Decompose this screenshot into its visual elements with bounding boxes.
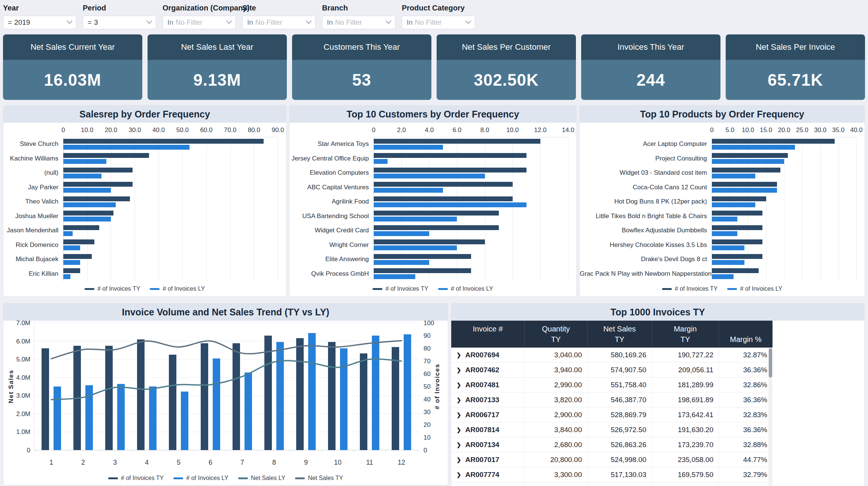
column-header-quantity[interactable]: QuantityTY xyxy=(524,321,587,348)
bar-of-invoices-ty[interactable] xyxy=(264,336,272,450)
category-label[interactable]: Drake's Devil Dogs 8 ct xyxy=(580,256,712,263)
bar-of-invoices-ty[interactable] xyxy=(63,254,92,259)
bar-of-invoices-ty[interactable] xyxy=(63,182,133,187)
bar-of-invoices-ly[interactable] xyxy=(374,274,415,279)
category-label[interactable]: Jersey Central Office Equip xyxy=(289,155,374,162)
bar-of-invoices-ly[interactable] xyxy=(63,217,111,221)
bar-of-invoices-ly[interactable] xyxy=(181,392,188,450)
bar-of-invoices-ly[interactable] xyxy=(117,384,125,450)
bar-of-invoices-ly[interactable] xyxy=(712,245,744,250)
bar-of-invoices-ty[interactable] xyxy=(374,182,513,187)
category-label[interactable]: Michal Bujacek xyxy=(3,256,63,263)
bar-of-invoices-ly[interactable] xyxy=(340,348,347,450)
bar-of-invoices-ly[interactable] xyxy=(712,217,737,221)
bar-of-invoices-ty[interactable] xyxy=(328,342,336,450)
bar-of-invoices-ly[interactable] xyxy=(712,231,737,236)
bar-of-invoices-ty[interactable] xyxy=(374,268,471,273)
kpi-card-net-sales-last-year[interactable]: Net Sales Last Year9.13M xyxy=(148,34,287,100)
kpi-card-net-sales-per-customer[interactable]: Net Sales Per Customer302.50K xyxy=(437,34,576,100)
bar-of-invoices-ty[interactable] xyxy=(392,347,399,450)
bar-of-invoices-ty[interactable] xyxy=(63,153,149,158)
bar-of-invoices-ty[interactable] xyxy=(63,225,99,230)
category-label[interactable]: Widget 03 - Standard cost item xyxy=(580,169,712,177)
bar-of-invoices-ty[interactable] xyxy=(374,254,471,259)
bar-of-invoices-ly[interactable] xyxy=(712,274,734,279)
bar-of-invoices-ty[interactable] xyxy=(137,339,145,450)
category-label[interactable]: Acer Laptop Computer xyxy=(580,140,712,148)
category-label[interactable]: Jason Mendenhall xyxy=(3,227,63,234)
bar-of-invoices-ty[interactable] xyxy=(63,168,133,172)
kpi-card-net-sales-per-invoice[interactable]: Net Sales Per Invoice65.71K xyxy=(726,34,865,100)
category-label[interactable]: Rick Domenico xyxy=(3,241,63,249)
bar-of-invoices-ty[interactable] xyxy=(712,153,788,158)
bar-of-invoices-ly[interactable] xyxy=(374,217,457,221)
bar-of-invoices-ty[interactable] xyxy=(712,182,777,187)
bar-of-invoices-ty[interactable] xyxy=(42,348,49,450)
bar-of-invoices-ly[interactable] xyxy=(213,358,220,450)
category-label[interactable]: Coca-Cola Cans 12 Count xyxy=(580,184,712,191)
expand-row-icon[interactable]: ❯ xyxy=(456,352,461,358)
category-label[interactable]: Steve Church xyxy=(3,140,63,148)
table-scrollbar[interactable] xyxy=(768,348,773,486)
bar-of-invoices-ty[interactable] xyxy=(233,343,240,450)
bar-of-invoices-ly[interactable] xyxy=(63,174,101,178)
kpi-card-customers-this-year[interactable]: Customers This Year53 xyxy=(292,34,431,100)
bar-of-invoices-ty[interactable] xyxy=(712,254,762,259)
filter-select-year[interactable]: =2019 xyxy=(3,16,76,29)
bar-of-invoices-ty[interactable] xyxy=(296,338,304,450)
bar-of-invoices-ly[interactable] xyxy=(276,342,284,450)
category-label[interactable]: Little Tikes Bold n Bright Table & Chair… xyxy=(580,213,712,220)
bar-of-invoices-ty[interactable] xyxy=(360,354,367,450)
category-label[interactable]: Joshua Mueller xyxy=(3,213,63,220)
bar-of-invoices-ty[interactable] xyxy=(374,239,485,244)
bar-of-invoices-ty[interactable] xyxy=(63,211,113,216)
expand-row-icon[interactable]: ❯ xyxy=(456,456,461,463)
filter-select-period[interactable]: =3 xyxy=(83,16,156,29)
category-label[interactable]: Eric Killian xyxy=(3,270,63,278)
bar-of-invoices-ly[interactable] xyxy=(149,386,157,450)
bar-of-invoices-ty[interactable] xyxy=(374,211,499,216)
expand-row-icon[interactable]: ❯ xyxy=(456,427,461,433)
category-label[interactable]: Star America Toys xyxy=(289,140,374,148)
column-header-margin[interactable]: Margin % xyxy=(719,321,773,348)
filter-select-site[interactable]: InNo Filter xyxy=(242,16,316,29)
bar-of-invoices-ly[interactable] xyxy=(374,159,388,164)
column-header-net-sales[interactable]: Net SalesTY xyxy=(587,321,652,348)
bar-of-invoices-ly[interactable] xyxy=(712,174,755,178)
expand-row-icon[interactable]: ❯ xyxy=(456,441,461,448)
expand-row-icon[interactable]: ❯ xyxy=(456,412,461,418)
category-label[interactable]: Hot Dog Buns 8 PK (12per pack) xyxy=(580,198,712,205)
filter-select-product-category[interactable]: InNo Filter xyxy=(402,16,475,29)
bar-of-invoices-ly[interactable] xyxy=(374,231,429,236)
scrollbar-thumb[interactable] xyxy=(769,348,772,378)
category-label[interactable]: Grac Pack N Play with Newborn Napperstat… xyxy=(580,270,712,278)
bar-of-invoices-ly[interactable] xyxy=(712,202,755,207)
bar-of-invoices-ty[interactable] xyxy=(712,139,835,144)
bar-of-invoices-ty[interactable] xyxy=(63,196,130,201)
bar-of-invoices-ly[interactable] xyxy=(374,245,457,250)
category-label[interactable]: Agrilink Food xyxy=(289,198,374,205)
kpi-card-net-sales-current-year[interactable]: Net Sales Current Year16.03M xyxy=(3,34,142,100)
category-label[interactable]: Elevation Computers xyxy=(289,169,374,177)
bar-of-invoices-ty[interactable] xyxy=(105,346,113,450)
category-label[interactable]: Wright Corner xyxy=(289,241,374,249)
bar-of-invoices-ly[interactable] xyxy=(374,174,485,178)
bar-of-invoices-ly[interactable] xyxy=(404,334,411,450)
line-net-sales-ty[interactable] xyxy=(51,341,401,359)
bar-of-invoices-ty[interactable] xyxy=(63,139,264,144)
bar-of-invoices-ly[interactable] xyxy=(374,202,526,207)
bar-of-invoices-ly[interactable] xyxy=(54,386,61,450)
bar-of-invoices-ty[interactable] xyxy=(374,168,526,172)
bar-of-invoices-ty[interactable] xyxy=(712,239,762,244)
bar-of-invoices-ty[interactable] xyxy=(201,343,208,450)
category-label[interactable]: Qvik Process GmbH xyxy=(289,270,374,278)
category-label[interactable]: Theo Valich xyxy=(3,198,63,205)
bar-of-invoices-ly[interactable] xyxy=(63,245,80,250)
bar-of-invoices-ly[interactable] xyxy=(63,231,73,236)
expand-row-icon[interactable]: ❯ xyxy=(456,397,461,403)
bar-of-invoices-ly[interactable] xyxy=(63,188,111,193)
bar-of-invoices-ly[interactable] xyxy=(712,260,744,265)
bar-of-invoices-ty[interactable] xyxy=(712,268,759,273)
bar-of-invoices-ty[interactable] xyxy=(374,139,540,144)
bar-of-invoices-ly[interactable] xyxy=(712,159,784,164)
